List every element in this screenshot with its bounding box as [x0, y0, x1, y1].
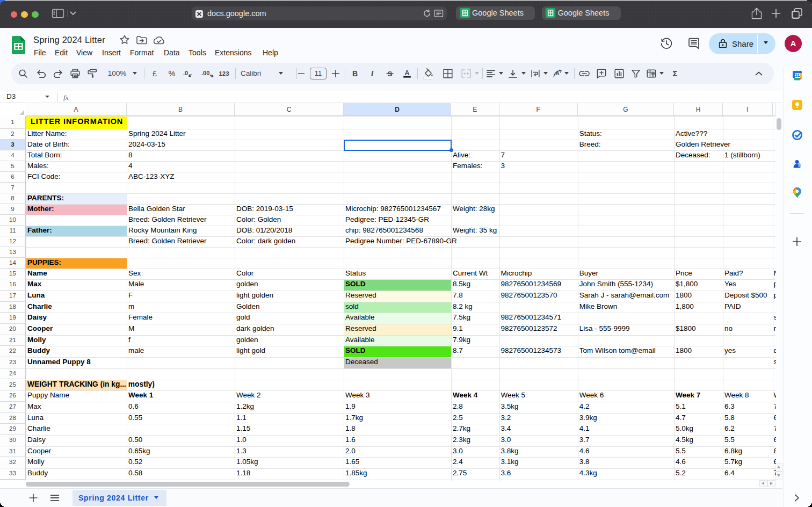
- svg-text:.00: .00: [201, 69, 209, 76]
- svg-text:123: 123: [219, 70, 229, 77]
- svg-text:I: I: [371, 69, 374, 77]
- svg-text:31: 31: [795, 73, 800, 78]
- svg-text:%: %: [169, 69, 176, 77]
- svg-text:£: £: [153, 69, 157, 77]
- svg-text:fx: fx: [63, 93, 69, 101]
- svg-text:A: A: [404, 69, 409, 77]
- svg-text:Σ: Σ: [672, 69, 677, 78]
- svg-text:B: B: [352, 69, 358, 77]
- svg-text:.0: .0: [183, 69, 188, 76]
